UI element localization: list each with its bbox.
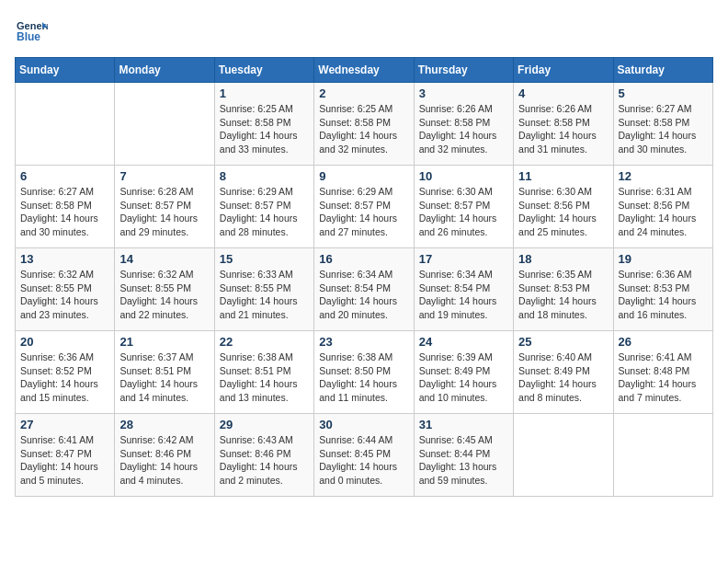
cell-info: Sunrise: 6:26 AM Sunset: 8:58 PM Dayligh… — [419, 102, 508, 156]
day-number: 23 — [319, 335, 408, 349]
calendar-week-5: 27Sunrise: 6:41 AM Sunset: 8:47 PM Dayli… — [16, 414, 713, 497]
day-number: 16 — [319, 252, 408, 266]
calendar-cell: 2Sunrise: 6:25 AM Sunset: 8:58 PM Daylig… — [314, 83, 414, 166]
calendar-week-1: 1Sunrise: 6:25 AM Sunset: 8:58 PM Daylig… — [16, 83, 713, 166]
day-number: 7 — [119, 169, 209, 183]
calendar-cell: 27Sunrise: 6:41 AM Sunset: 8:47 PM Dayli… — [16, 414, 115, 497]
logo-icon: General Blue — [15, 15, 48, 48]
weekday-header-friday: Friday — [514, 58, 613, 83]
cell-info: Sunrise: 6:35 AM Sunset: 8:53 PM Dayligh… — [518, 268, 608, 322]
weekday-header-monday: Monday — [115, 58, 214, 83]
day-number: 22 — [220, 335, 309, 349]
cell-info: Sunrise: 6:41 AM Sunset: 8:47 PM Dayligh… — [20, 433, 109, 488]
cell-info: Sunrise: 6:39 AM Sunset: 8:49 PM Dayligh… — [419, 350, 508, 405]
day-number: 27 — [20, 418, 109, 431]
calendar-cell: 16Sunrise: 6:34 AM Sunset: 8:54 PM Dayli… — [314, 248, 414, 331]
calendar-cell — [514, 414, 613, 497]
cell-info: Sunrise: 6:27 AM Sunset: 8:58 PM Dayligh… — [619, 102, 708, 156]
svg-text:Blue: Blue — [17, 30, 40, 43]
day-number: 1 — [220, 86, 309, 100]
day-number: 26 — [619, 335, 708, 349]
calendar-cell — [613, 414, 712, 497]
cell-info: Sunrise: 6:26 AM Sunset: 8:58 PM Dayligh… — [518, 102, 608, 156]
calendar-cell: 10Sunrise: 6:30 AM Sunset: 8:57 PM Dayli… — [414, 166, 513, 248]
page-header: General Blue — [15, 15, 713, 48]
weekday-header-wednesday: Wednesday — [314, 58, 414, 83]
cell-info: Sunrise: 6:28 AM Sunset: 8:57 PM Dayligh… — [119, 185, 209, 239]
day-number: 2 — [319, 86, 408, 100]
day-number: 29 — [220, 418, 309, 431]
calendar-cell: 11Sunrise: 6:30 AM Sunset: 8:56 PM Dayli… — [514, 166, 613, 248]
cell-info: Sunrise: 6:33 AM Sunset: 8:55 PM Dayligh… — [220, 268, 309, 322]
calendar-week-2: 6Sunrise: 6:27 AM Sunset: 8:58 PM Daylig… — [16, 166, 713, 248]
calendar-cell: 4Sunrise: 6:26 AM Sunset: 8:58 PM Daylig… — [514, 83, 613, 166]
calendar-table: SundayMondayTuesdayWednesdayThursdayFrid… — [15, 57, 713, 497]
calendar-cell: 8Sunrise: 6:29 AM Sunset: 8:57 PM Daylig… — [214, 166, 313, 248]
cell-info: Sunrise: 6:38 AM Sunset: 8:51 PM Dayligh… — [220, 350, 309, 405]
cell-info: Sunrise: 6:27 AM Sunset: 8:58 PM Dayligh… — [20, 185, 109, 239]
cell-info: Sunrise: 6:30 AM Sunset: 8:56 PM Dayligh… — [518, 185, 608, 239]
cell-info: Sunrise: 6:29 AM Sunset: 8:57 PM Dayligh… — [319, 185, 408, 239]
day-number: 14 — [119, 252, 209, 266]
calendar-cell: 23Sunrise: 6:38 AM Sunset: 8:50 PM Dayli… — [314, 331, 414, 414]
day-number: 17 — [419, 252, 508, 266]
day-number: 18 — [518, 252, 608, 266]
weekday-header-sunday: Sunday — [16, 58, 115, 83]
calendar-cell: 30Sunrise: 6:44 AM Sunset: 8:45 PM Dayli… — [314, 414, 414, 497]
calendar-cell: 17Sunrise: 6:34 AM Sunset: 8:54 PM Dayli… — [414, 248, 513, 331]
weekday-header-tuesday: Tuesday — [214, 58, 313, 83]
calendar-cell — [115, 83, 214, 166]
cell-info: Sunrise: 6:40 AM Sunset: 8:49 PM Dayligh… — [518, 350, 608, 405]
cell-info: Sunrise: 6:32 AM Sunset: 8:55 PM Dayligh… — [119, 268, 209, 322]
calendar-cell: 13Sunrise: 6:32 AM Sunset: 8:55 PM Dayli… — [16, 248, 115, 331]
cell-info: Sunrise: 6:29 AM Sunset: 8:57 PM Dayligh… — [220, 185, 309, 239]
calendar-cell: 20Sunrise: 6:36 AM Sunset: 8:52 PM Dayli… — [16, 331, 115, 414]
calendar-cell: 18Sunrise: 6:35 AM Sunset: 8:53 PM Dayli… — [514, 248, 613, 331]
day-number: 13 — [20, 252, 109, 266]
calendar-cell: 26Sunrise: 6:41 AM Sunset: 8:48 PM Dayli… — [613, 331, 712, 414]
calendar-cell: 24Sunrise: 6:39 AM Sunset: 8:49 PM Dayli… — [414, 331, 513, 414]
day-number: 12 — [619, 169, 708, 183]
calendar-cell: 25Sunrise: 6:40 AM Sunset: 8:49 PM Dayli… — [514, 331, 613, 414]
calendar-cell: 31Sunrise: 6:45 AM Sunset: 8:44 PM Dayli… — [414, 414, 513, 497]
calendar-cell: 28Sunrise: 6:42 AM Sunset: 8:46 PM Dayli… — [115, 414, 214, 497]
day-number: 25 — [518, 335, 608, 349]
calendar-cell: 22Sunrise: 6:38 AM Sunset: 8:51 PM Dayli… — [214, 331, 313, 414]
day-number: 3 — [419, 86, 508, 100]
day-number: 28 — [119, 418, 209, 431]
day-number: 10 — [419, 169, 508, 183]
calendar-cell: 1Sunrise: 6:25 AM Sunset: 8:58 PM Daylig… — [214, 83, 313, 166]
calendar-cell: 5Sunrise: 6:27 AM Sunset: 8:58 PM Daylig… — [613, 83, 712, 166]
cell-info: Sunrise: 6:32 AM Sunset: 8:55 PM Dayligh… — [20, 268, 109, 322]
calendar-cell: 29Sunrise: 6:43 AM Sunset: 8:46 PM Dayli… — [214, 414, 313, 497]
cell-info: Sunrise: 6:36 AM Sunset: 8:52 PM Dayligh… — [20, 350, 109, 405]
calendar-cell: 14Sunrise: 6:32 AM Sunset: 8:55 PM Dayli… — [115, 248, 214, 331]
day-number: 6 — [20, 169, 109, 183]
day-number: 30 — [319, 418, 408, 431]
cell-info: Sunrise: 6:38 AM Sunset: 8:50 PM Dayligh… — [319, 350, 408, 405]
day-number: 11 — [518, 169, 608, 183]
day-number: 21 — [119, 335, 209, 349]
cell-info: Sunrise: 6:30 AM Sunset: 8:57 PM Dayligh… — [419, 185, 508, 239]
calendar-cell: 6Sunrise: 6:27 AM Sunset: 8:58 PM Daylig… — [16, 166, 115, 248]
cell-info: Sunrise: 6:25 AM Sunset: 8:58 PM Dayligh… — [319, 102, 408, 156]
cell-info: Sunrise: 6:42 AM Sunset: 8:46 PM Dayligh… — [119, 433, 209, 488]
calendar-cell: 19Sunrise: 6:36 AM Sunset: 8:53 PM Dayli… — [613, 248, 712, 331]
cell-info: Sunrise: 6:43 AM Sunset: 8:46 PM Dayligh… — [220, 433, 309, 488]
day-number: 24 — [419, 335, 508, 349]
weekday-header-thursday: Thursday — [414, 58, 513, 83]
day-number: 8 — [220, 169, 309, 183]
cell-info: Sunrise: 6:36 AM Sunset: 8:53 PM Dayligh… — [619, 268, 708, 322]
cell-info: Sunrise: 6:45 AM Sunset: 8:44 PM Dayligh… — [419, 433, 508, 488]
day-number: 19 — [619, 252, 708, 266]
calendar-cell: 3Sunrise: 6:26 AM Sunset: 8:58 PM Daylig… — [414, 83, 513, 166]
day-number: 4 — [518, 86, 608, 100]
cell-info: Sunrise: 6:31 AM Sunset: 8:56 PM Dayligh… — [619, 185, 708, 239]
cell-info: Sunrise: 6:34 AM Sunset: 8:54 PM Dayligh… — [319, 268, 408, 322]
cell-info: Sunrise: 6:41 AM Sunset: 8:48 PM Dayligh… — [619, 350, 708, 405]
calendar-cell: 7Sunrise: 6:28 AM Sunset: 8:57 PM Daylig… — [115, 166, 214, 248]
calendar-week-3: 13Sunrise: 6:32 AM Sunset: 8:55 PM Dayli… — [16, 248, 713, 331]
calendar-week-4: 20Sunrise: 6:36 AM Sunset: 8:52 PM Dayli… — [16, 331, 713, 414]
day-number: 15 — [220, 252, 309, 266]
calendar-cell: 12Sunrise: 6:31 AM Sunset: 8:56 PM Dayli… — [613, 166, 712, 248]
